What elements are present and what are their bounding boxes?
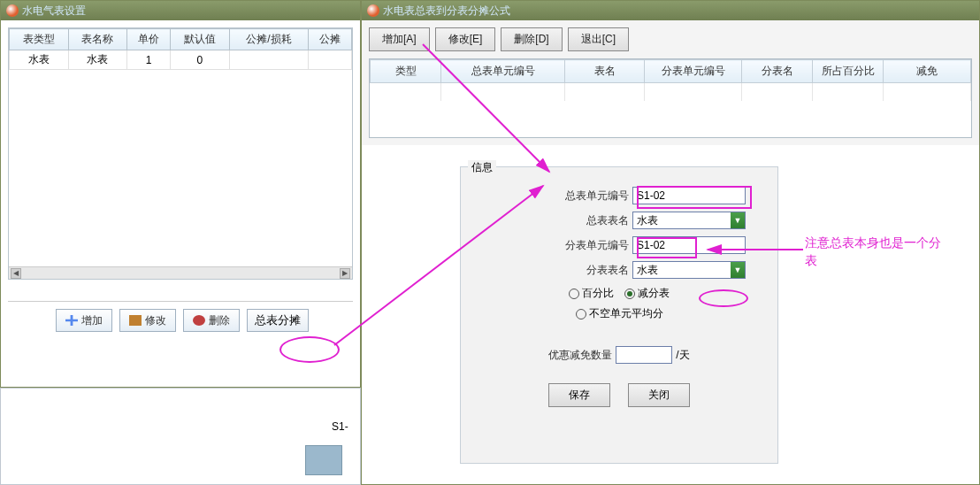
main-unit-label: 总表单元编号 <box>551 189 629 204</box>
col-gongtan[interactable]: 公摊/损耗 <box>229 29 308 50</box>
unit-day-label: /天 <box>676 348 689 363</box>
titlebar-left[interactable]: 水电气表设置 <box>1 1 360 20</box>
radio-icon <box>576 309 586 319</box>
window-title-left: 水电气表设置 <box>22 4 86 19</box>
radio-icon <box>569 289 579 299</box>
fieldset-legend: 信息 <box>468 160 496 175</box>
subtract-radio[interactable]: 减分表 <box>624 286 670 301</box>
col-price[interactable]: 单价 <box>127 29 171 50</box>
scroll-right-icon[interactable]: ▶ <box>340 268 350 279</box>
main-name-combo[interactable]: 水表 ▼ <box>632 212 746 229</box>
sub-unit-input[interactable] <box>632 236 746 254</box>
col-main-name[interactable]: 表名 <box>565 60 645 83</box>
col-sub-unit[interactable]: 分表单元编号 <box>645 60 742 83</box>
titlebar-right[interactable]: 水电表总表到分表分摊公式 <box>362 1 979 20</box>
delete-d-button[interactable]: 删除[D] <box>501 27 562 51</box>
background-fragment: S1- <box>0 388 361 485</box>
edit-button[interactable]: 修改 <box>119 309 176 332</box>
discount-qty-input[interactable] <box>616 346 672 364</box>
edit-e-button[interactable]: 修改[E] <box>435 27 496 51</box>
add-label: 增加 <box>81 313 103 328</box>
col-name[interactable]: 表名称 <box>68 29 127 50</box>
exit-c-button[interactable]: 退出[C] <box>568 27 629 51</box>
app-icon <box>6 4 19 17</box>
percent-radio[interactable]: 百分比 <box>569 286 614 301</box>
radio-selected-icon <box>624 289 635 299</box>
scroll-left-icon[interactable]: ◀ <box>11 268 21 279</box>
col-main-unit[interactable]: 总表单元编号 <box>441 60 565 83</box>
edit-icon <box>129 315 142 326</box>
allocation-table-wrap: 类型 总表单元编号 表名 分表单元编号 分表名 所占百分比 减免 <box>369 58 972 138</box>
col-sub-name[interactable]: 分表名 <box>742 60 813 83</box>
summary-label: 总表分摊 <box>255 313 301 327</box>
add-button[interactable]: 增加 <box>56 309 112 332</box>
edit-label: 修改 <box>145 313 166 328</box>
main-unit-input[interactable] <box>632 187 746 204</box>
save-button[interactable]: 保存 <box>548 383 610 407</box>
cell-name: 水表 <box>68 50 127 70</box>
fragment-box <box>305 445 342 475</box>
col-percent[interactable]: 所占百分比 <box>813 60 884 83</box>
table-row[interactable] <box>371 83 971 101</box>
meter-table[interactable]: 表类型 表名称 单价 默认值 公摊/损耗 公摊 水表 水表 1 0 <box>9 28 352 70</box>
scroll-track[interactable] <box>23 269 338 278</box>
delete-label: 删除 <box>209 313 230 328</box>
main-name-value: 水表 <box>633 213 731 228</box>
delete-button[interactable]: 删除 <box>183 309 240 332</box>
col-discount[interactable]: 减免 <box>884 60 971 83</box>
sub-unit-label: 分表单元编号 <box>551 238 629 253</box>
app-icon <box>367 4 379 17</box>
horizontal-scrollbar[interactable]: ◀ ▶ <box>9 266 352 279</box>
col-type[interactable]: 类型 <box>371 60 441 83</box>
delete-icon <box>193 315 205 326</box>
main-name-label: 总表表名 <box>551 213 629 228</box>
avg-label: 不空单元平均分 <box>589 306 663 321</box>
avg-radio[interactable]: 不空单元平均分 <box>576 306 663 321</box>
cell-default: 0 <box>171 50 230 70</box>
close-button[interactable]: 关闭 <box>628 383 690 407</box>
dropdown-icon[interactable]: ▼ <box>731 262 745 278</box>
discount-qty-label: 优惠减免数量 <box>548 348 612 363</box>
col-default[interactable]: 默认值 <box>171 29 230 50</box>
fragment-label: S1- <box>332 420 348 433</box>
sub-name-value: 水表 <box>633 263 731 278</box>
cell-type: 水表 <box>10 50 69 70</box>
window-title-right: 水电表总表到分表分摊公式 <box>383 4 510 19</box>
table-row[interactable]: 水表 水表 1 0 <box>10 50 352 70</box>
subtract-label: 减分表 <box>638 286 670 301</box>
meter-settings-window: 水电气表设置 表类型 表名称 单价 默认值 公摊/损耗 公摊 水表 水表 1 <box>0 0 361 388</box>
plus-icon <box>65 315 78 326</box>
cell-gongtan2 <box>309 50 352 70</box>
dropdown-icon[interactable]: ▼ <box>731 212 745 228</box>
meter-table-wrap: 表类型 表名称 单价 默认值 公摊/损耗 公摊 水表 水表 1 0 <box>8 27 353 280</box>
percent-label: 百分比 <box>582 286 614 301</box>
annotation-text: 注意总表本身也是一个分表 <box>805 235 946 269</box>
add-a-button[interactable]: 增加[A] <box>369 27 430 51</box>
cell-price: 1 <box>127 50 171 70</box>
col-gongtan2[interactable]: 公摊 <box>309 29 352 50</box>
sub-name-combo[interactable]: 水表 ▼ <box>632 261 746 279</box>
summary-allocation-button[interactable]: 总表分摊 <box>247 309 309 332</box>
sub-name-label: 分表表名 <box>551 263 629 278</box>
cell-gongtan <box>229 50 308 70</box>
allocation-table[interactable]: 类型 总表单元编号 表名 分表单元编号 分表名 所占百分比 减免 <box>370 59 971 101</box>
info-fieldset: 信息 总表单元编号 总表表名 水表 ▼ 分表单元编号 分表表名 水表 ▼ 百分比 <box>460 166 778 464</box>
col-type[interactable]: 表类型 <box>10 29 69 50</box>
